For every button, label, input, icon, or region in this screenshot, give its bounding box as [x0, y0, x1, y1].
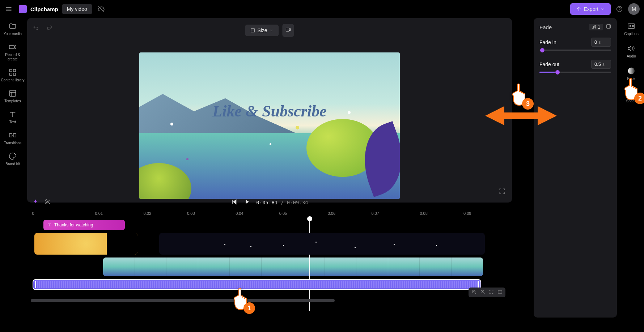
properties-panel: Fade 1 Fade in 0 s Fade out 0.5 s: [534, 18, 617, 318]
project-name[interactable]: My video: [62, 4, 92, 14]
fit-timeline-button[interactable]: [489, 289, 494, 295]
fade-out-slider[interactable]: [539, 72, 611, 73]
playhead[interactable]: [309, 217, 310, 311]
tutorial-hand-3: 3: [508, 81, 530, 107]
sidebar-label: Your media: [4, 32, 22, 36]
redo-button[interactable]: [46, 25, 53, 33]
sidebar-transitions[interactable]: Transitions: [4, 131, 22, 145]
text-clip[interactable]: Thanks for watching: [43, 220, 125, 230]
sidebar-label: Content library: [1, 78, 24, 82]
detach-panel-icon[interactable]: [606, 24, 611, 30]
speaker-icon: [627, 44, 636, 53]
tutorial-hand-2: 2: [620, 76, 642, 101]
ruler-tick: 0:03: [187, 211, 195, 216]
fade-out-input[interactable]: 0.5 s: [591, 60, 611, 69]
sidebar-label: Text: [9, 120, 16, 124]
skip-back-button[interactable]: [231, 199, 237, 207]
sidebar-label: Record & create: [0, 53, 25, 61]
video-preview[interactable]: Like & Subscribe: [139, 52, 400, 199]
timeline-ruler[interactable]: 0 0:01 0:02 0:03 0:04 0:05 0:06 0:07 0:0…: [27, 210, 512, 217]
undo-button[interactable]: [33, 25, 39, 33]
svg-point-20: [628, 68, 635, 74]
svg-point-16: [593, 28, 594, 29]
fade-out-unit: s: [602, 62, 605, 67]
sidebar-templates[interactable]: Templates: [4, 89, 21, 103]
ruler-tick: 0:02: [144, 211, 151, 216]
canvas-area: Size Like & Subscribe: [27, 18, 512, 203]
audio-clip[interactable]: [33, 279, 481, 290]
ai-enhance-button[interactable]: [283, 24, 294, 37]
sidebar-your-media[interactable]: Your media: [4, 22, 22, 36]
cloud-off-icon[interactable]: [97, 5, 105, 13]
scissors-icon[interactable]: [45, 199, 51, 206]
svg-rect-10: [286, 28, 289, 31]
timeline-tracks: Thanks for watching: [27, 217, 512, 293]
expand-tracks-button[interactable]: [497, 289, 503, 295]
menu-icon[interactable]: [4, 5, 13, 13]
svg-point-12: [46, 203, 47, 204]
timeline: 0:05.81 / 0:09.34 0 0:01 0:02 0:03 0:04 …: [27, 195, 512, 318]
sidebar-content-library[interactable]: Content library: [1, 68, 24, 82]
svg-rect-15: [498, 290, 502, 293]
preview-overlay-text: Like & Subscribe: [212, 102, 326, 120]
export-label: Export: [584, 6, 598, 12]
ruler-tick: 0: [32, 211, 34, 216]
left-sidebar: Your media Record & create Content libra…: [0, 18, 25, 332]
cc-icon: [627, 22, 636, 30]
overlay-clip-1[interactable]: [34, 233, 137, 255]
fullscreen-button[interactable]: [499, 188, 505, 196]
sidebar-label: Transitions: [4, 141, 22, 145]
sidebar-label: Brand kit: [5, 162, 20, 166]
magic-edit-icon[interactable]: [33, 199, 38, 206]
avatar[interactable]: M: [628, 3, 640, 15]
fade-in-slider[interactable]: [539, 50, 611, 51]
timeline-zoom-controls: [469, 288, 505, 297]
text-icon: [8, 110, 17, 119]
svg-rect-5: [13, 73, 16, 75]
svg-point-11: [46, 200, 47, 201]
fade-in-input[interactable]: 0 s: [591, 38, 611, 47]
brand-name: Clipchamp: [30, 6, 58, 12]
zoom-in-button[interactable]: [480, 289, 485, 295]
selection-badge: 1: [589, 24, 603, 30]
help-icon[interactable]: [614, 4, 624, 14]
tutorial-badge-1: 1: [243, 302, 255, 314]
sidebar-text[interactable]: Text: [8, 110, 17, 124]
overlay-clip-2[interactable]: [159, 233, 485, 255]
svg-rect-7: [9, 133, 12, 137]
tutorial-badge-2: 2: [634, 93, 644, 104]
tutorial-badge-3: 3: [522, 98, 534, 110]
svg-rect-1: [9, 45, 14, 48]
ruler-tick: 0:09: [463, 211, 471, 216]
library-icon: [8, 68, 17, 77]
export-button[interactable]: Export: [570, 3, 611, 15]
sidebar-record-create[interactable]: Record & create: [0, 43, 25, 61]
tutorial-arrows: [485, 105, 557, 127]
svg-rect-9: [251, 29, 254, 32]
ruler-tick: 0:05: [279, 211, 287, 216]
timecode: 0:05.81 / 0:09.34: [256, 200, 308, 205]
transitions-icon: [8, 131, 17, 140]
video-clip[interactable]: [103, 257, 483, 276]
ruler-tick: 0:08: [420, 211, 427, 216]
svg-rect-6: [10, 90, 16, 97]
ruler-tick: 0:04: [236, 211, 243, 216]
svg-rect-18: [607, 25, 611, 29]
sidebar-brand-kit[interactable]: Brand kit: [5, 152, 20, 166]
timeline-scrollbar[interactable]: [31, 299, 335, 302]
avatar-letter: M: [632, 6, 636, 12]
time-current: 0:05.81: [256, 200, 277, 205]
zoom-out-button[interactable]: [471, 289, 476, 295]
svg-rect-2: [10, 69, 12, 72]
fade-in-value: 0: [594, 39, 597, 45]
size-dropdown[interactable]: Size: [245, 25, 279, 36]
play-button[interactable]: [243, 198, 250, 207]
tab-label: Captions: [624, 32, 638, 36]
app-logo: [19, 5, 27, 13]
tab-audio[interactable]: Audio: [627, 44, 636, 59]
time-total: 0:09.34: [287, 200, 308, 205]
selection-count: 1: [598, 25, 600, 30]
camera-icon: [8, 43, 17, 51]
size-label: Size: [257, 27, 267, 33]
tab-captions[interactable]: Captions: [624, 22, 638, 36]
